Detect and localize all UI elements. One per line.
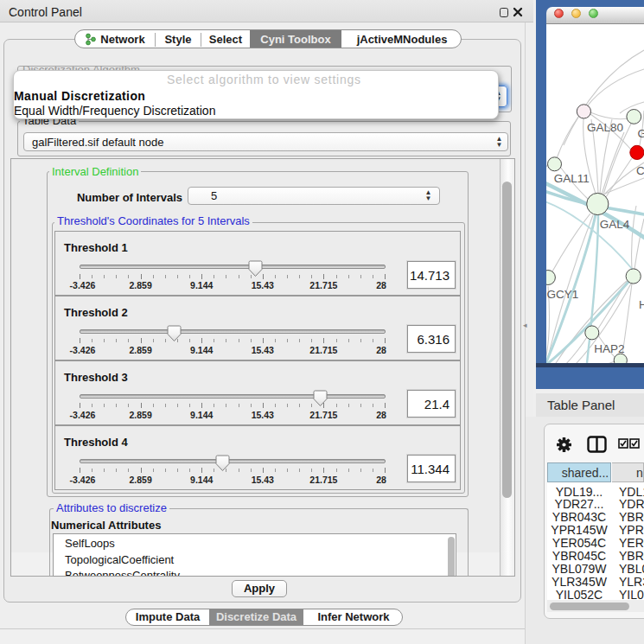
svg-text:GCY1: GCY1 [547,288,579,301]
svg-text:GAL80: GAL80 [587,121,623,134]
svg-text:GAL11: GAL11 [554,172,590,185]
svg-text:GA: GA [638,127,644,140]
svg-text:HAP2: HAP2 [594,342,624,355]
svg-text:C: C [636,164,644,177]
svg-text:H: H [639,298,644,311]
svg-text:GAL4: GAL4 [600,218,630,231]
